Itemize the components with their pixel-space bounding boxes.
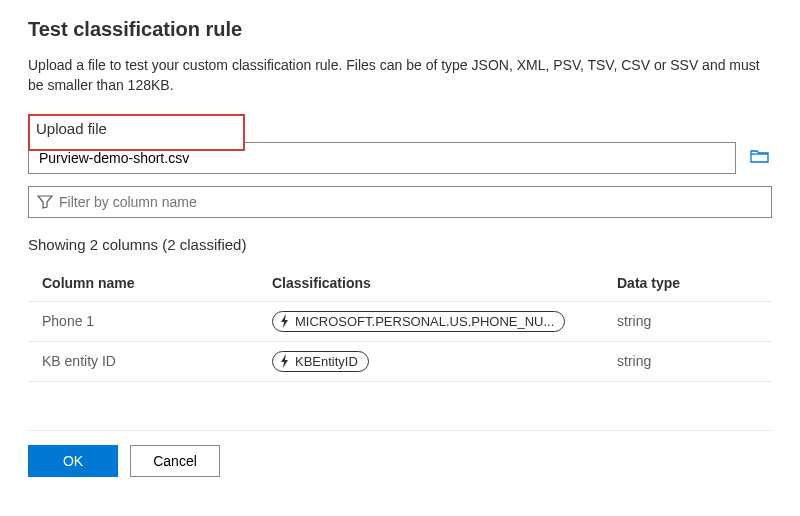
cell-classification: MICROSOFT.PERSONAL.US.PHONE_NU... bbox=[258, 301, 603, 341]
col-header-classifications: Classifications bbox=[258, 265, 603, 302]
page-description: Upload a file to test your custom classi… bbox=[28, 55, 772, 96]
browse-file-button[interactable] bbox=[748, 146, 772, 169]
cancel-button[interactable]: Cancel bbox=[130, 445, 220, 477]
classification-text: KBEntityID bbox=[295, 354, 358, 369]
cell-column-name: KB entity ID bbox=[28, 341, 258, 381]
folder-open-icon bbox=[750, 148, 770, 164]
columns-table: Column name Classifications Data type Ph… bbox=[28, 265, 772, 382]
lightning-icon bbox=[279, 314, 291, 328]
classification-pill[interactable]: MICROSOFT.PERSONAL.US.PHONE_NU... bbox=[272, 311, 565, 332]
cell-datatype: string bbox=[603, 341, 772, 381]
classification-text: MICROSOFT.PERSONAL.US.PHONE_NU... bbox=[295, 314, 554, 329]
cell-classification: KBEntityID bbox=[258, 341, 603, 381]
cell-column-name: Phone 1 bbox=[28, 301, 258, 341]
cell-datatype: string bbox=[603, 301, 772, 341]
page-title: Test classification rule bbox=[28, 18, 772, 41]
filter-column-input[interactable] bbox=[53, 194, 763, 210]
upload-row bbox=[28, 150, 772, 174]
filter-input-wrap[interactable] bbox=[28, 186, 772, 218]
upload-file-label: Upload file bbox=[36, 120, 237, 137]
col-header-name: Column name bbox=[28, 265, 258, 302]
classification-pill[interactable]: KBEntityID bbox=[272, 351, 369, 372]
col-header-datatype: Data type bbox=[603, 265, 772, 302]
filter-icon bbox=[37, 195, 53, 209]
upload-label-box: Upload file bbox=[28, 114, 245, 151]
table-row: KB entity ID KBEntityID string bbox=[28, 341, 772, 381]
dialog-footer: OK Cancel bbox=[28, 430, 772, 477]
table-row: Phone 1 MICROSOFT.PERSONAL.US.PHONE_NU..… bbox=[28, 301, 772, 341]
ok-button[interactable]: OK bbox=[28, 445, 118, 477]
lightning-icon bbox=[279, 354, 291, 368]
results-summary: Showing 2 columns (2 classified) bbox=[28, 236, 772, 253]
